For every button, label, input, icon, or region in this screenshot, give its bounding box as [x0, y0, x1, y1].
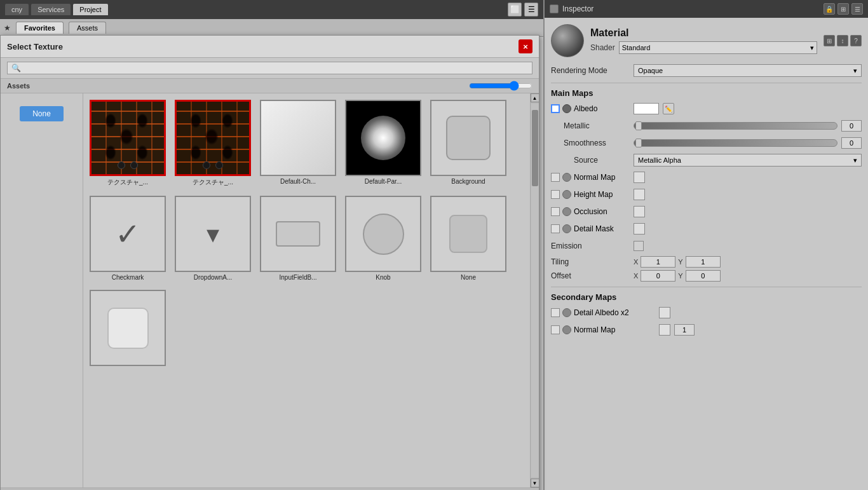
- texture-item-3[interactable]: Default-Par...: [345, 100, 421, 187]
- texture-label-2: Default-Ch...: [280, 178, 316, 185]
- tiling-y-value[interactable]: 1: [686, 256, 721, 268]
- detail-mask-label-group: Detail Mask: [551, 224, 634, 233]
- texture-thumb-2[interactable]: [260, 100, 336, 176]
- shader-select[interactable]: Standard ▾: [619, 41, 817, 54]
- texture-thumb-3[interactable]: [345, 100, 421, 176]
- tiling-row: Tiling X 1 Y 1: [551, 256, 862, 268]
- albedo-checkbox[interactable]: [551, 104, 560, 113]
- scroll-thumb[interactable]: [532, 110, 538, 186]
- metallic-number[interactable]: 0: [841, 120, 862, 132]
- albedo-picker-icon[interactable]: ✏️: [663, 103, 674, 114]
- offset-x-value[interactable]: 0: [641, 270, 675, 282]
- inspector-lock-icon[interactable]: 🔒: [824, 3, 835, 15]
- metallic-row: Metallic 0: [551, 119, 862, 133]
- rendering-mode-select[interactable]: Opaque ▾: [634, 64, 862, 77]
- source-select[interactable]: Metallic Alpha ▾: [634, 154, 862, 167]
- metallic-value: 0: [634, 120, 862, 132]
- tab-services[interactable]: Services: [31, 4, 71, 15]
- texture-thumb-5[interactable]: ✓: [90, 196, 166, 272]
- texture-thumb-7[interactable]: [260, 196, 336, 272]
- occlusion-value: [634, 206, 862, 217]
- height-map-checkbox[interactable]: [551, 190, 560, 199]
- detail-mask-row: Detail Mask: [551, 222, 862, 236]
- normal-map-2-number[interactable]: 1: [674, 324, 695, 336]
- normal-map-2-checkbox[interactable]: [551, 325, 560, 334]
- detail-mask-checkbox[interactable]: [551, 224, 560, 233]
- scroll-down-arrow[interactable]: ▼: [531, 479, 539, 487]
- secondary-maps-title: Secondary Maps: [551, 292, 862, 302]
- normal-map-eye-icon: [562, 173, 571, 182]
- detail-mask-slot[interactable]: [634, 223, 645, 235]
- dropdown-texture: ▾: [176, 197, 250, 271]
- detail-albedo-checkbox[interactable]: [551, 308, 560, 317]
- normal-map-2-slot[interactable]: [659, 324, 670, 336]
- emission-checkbox[interactable]: [634, 241, 644, 251]
- texture-label-6: DropdownA...: [194, 274, 233, 281]
- normal-map-slot[interactable]: [634, 172, 645, 183]
- inspector-grid-icon[interactable]: ⊞: [837, 3, 849, 15]
- white-sq-texture: [91, 291, 165, 365]
- menu-icon[interactable]: ☰: [524, 3, 538, 17]
- detail-albedo-slot[interactable]: [659, 307, 670, 318]
- height-map-value: [634, 189, 862, 200]
- smoothness-slider[interactable]: [634, 139, 837, 147]
- inspector-title-text: Inspector: [550, 4, 593, 13]
- height-map-row: Height Map: [551, 187, 862, 201]
- texture-label-5: Checkmark: [112, 274, 144, 281]
- size-slider[interactable]: [469, 81, 532, 90]
- normal-map-checkbox[interactable]: [551, 173, 560, 182]
- tiling-x-value[interactable]: 1: [641, 256, 675, 268]
- metallic-slider-thumb: [635, 121, 642, 130]
- albedo-eye-icon[interactable]: [562, 104, 571, 113]
- texture-item-6[interactable]: ▾ DropdownA...: [175, 196, 251, 281]
- texture-thumb-1[interactable]: [175, 100, 251, 176]
- dialog-close-button[interactable]: ×: [519, 39, 532, 53]
- brick-texture-1: [92, 102, 164, 174]
- material-icon-2[interactable]: ↕: [837, 35, 848, 46]
- tab-project[interactable]: Project: [73, 4, 107, 15]
- offset-x-label: X: [634, 272, 638, 280]
- albedo-color-swatch[interactable]: [634, 103, 659, 114]
- texture-item-4[interactable]: Background: [430, 100, 506, 187]
- search-input[interactable]: [24, 64, 528, 72]
- texture-item-1[interactable]: テクスチャ_...: [175, 100, 251, 187]
- vertical-scrollbar[interactable]: ▲ ▼: [530, 93, 539, 487]
- material-icon-1[interactable]: ⊞: [824, 35, 835, 46]
- texture-item-2[interactable]: Default-Ch...: [260, 100, 336, 187]
- detail-albedo-value: [659, 307, 862, 318]
- metallic-slider[interactable]: [634, 122, 837, 130]
- sub-tab-favorites[interactable]: Favorites: [16, 22, 64, 34]
- texture-thumb-0[interactable]: [90, 100, 166, 176]
- none-button[interactable]: None: [20, 106, 64, 121]
- texture-thumb-8[interactable]: [345, 196, 421, 272]
- texture-thumb-9[interactable]: [430, 196, 506, 272]
- texture-thumb-6[interactable]: ▾: [175, 196, 251, 272]
- spotlight-texture: [346, 101, 420, 175]
- texture-item-5[interactable]: ✓ Checkmark: [90, 196, 166, 281]
- texture-thumb-4[interactable]: [430, 100, 506, 176]
- inspector-icons: 🔒 ⊞ ☰: [824, 3, 863, 15]
- dialog-header: Select Texture ×: [1, 36, 539, 58]
- offset-y-value[interactable]: 0: [686, 270, 721, 282]
- scroll-up-arrow[interactable]: ▲: [531, 93, 539, 102]
- occlusion-slot[interactable]: [634, 206, 645, 217]
- albedo-row: Albedo ✏️: [551, 102, 862, 116]
- smoothness-number[interactable]: 0: [841, 137, 862, 149]
- texture-label-8: Knob: [376, 274, 390, 281]
- texture-item-9[interactable]: None: [430, 196, 506, 281]
- texture-item-10[interactable]: [90, 290, 166, 368]
- occlusion-checkbox[interactable]: [551, 207, 560, 216]
- texture-thumb-10[interactable]: [90, 290, 166, 366]
- offset-label: Offset: [551, 271, 634, 280]
- material-icon-3[interactable]: ?: [850, 35, 862, 46]
- inspector-menu-icon[interactable]: ☰: [851, 3, 863, 15]
- tab-cny[interactable]: cny: [5, 4, 29, 15]
- texture-item-8[interactable]: Knob: [345, 196, 421, 281]
- height-map-slot[interactable]: [634, 189, 645, 200]
- texture-item-7[interactable]: InputFieldB...: [260, 196, 336, 281]
- sub-tab-assets[interactable]: Assets: [69, 22, 106, 34]
- texture-label-9: None: [461, 274, 476, 281]
- maximize-icon[interactable]: ⬜: [508, 3, 522, 17]
- select-texture-dialog: Select Texture × 🔍 Assets None: [0, 35, 539, 490]
- texture-item-0[interactable]: テクスチャ_...: [90, 100, 166, 187]
